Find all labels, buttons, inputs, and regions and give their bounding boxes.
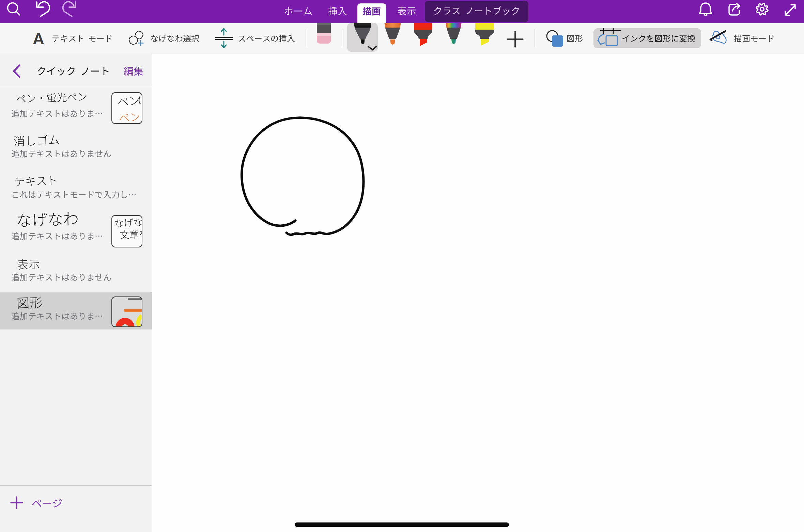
- svg-text:A: A: [33, 30, 44, 48]
